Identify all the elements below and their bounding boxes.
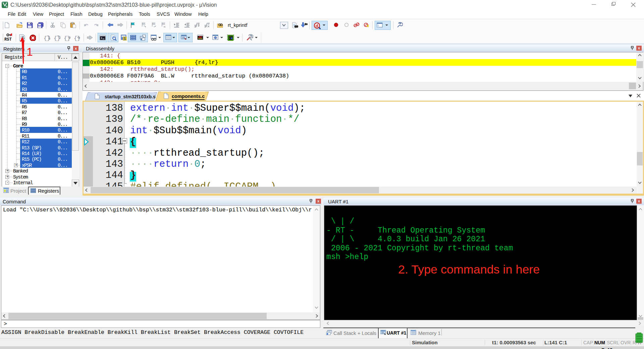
svg-text:{}: {}: [44, 35, 50, 41]
svg-text:5: 5: [6, 5, 8, 8]
svg-text:d: d: [316, 23, 318, 28]
svg-text:S: S: [124, 37, 126, 41]
svg-text:{}: {}: [64, 35, 70, 41]
